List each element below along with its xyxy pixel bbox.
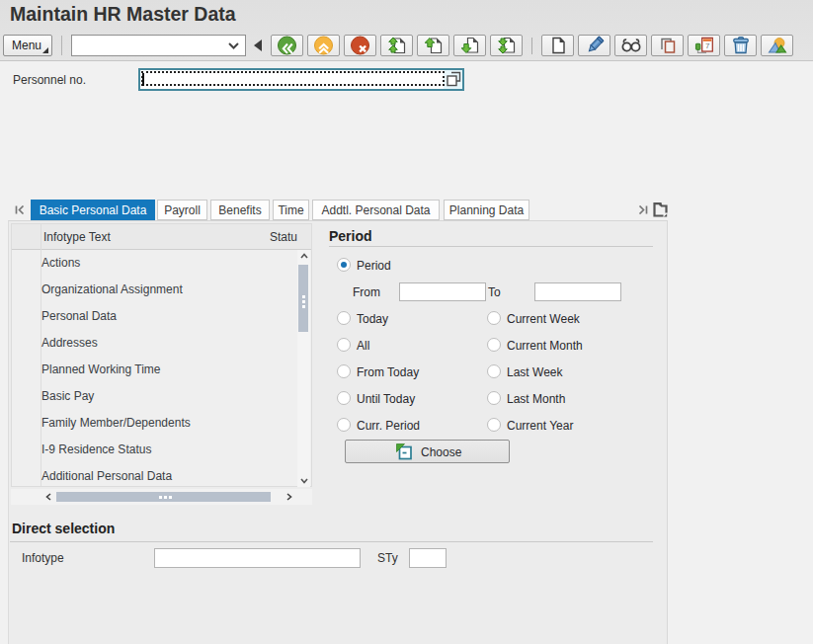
svg-text:7: 7 [704,41,709,50]
